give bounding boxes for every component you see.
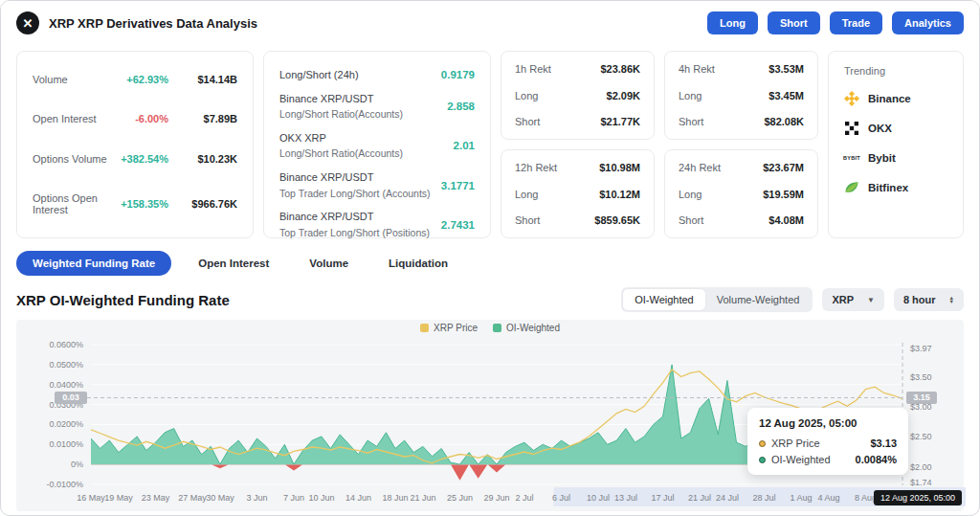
long-button[interactable]: Long [707, 11, 758, 34]
coin-select-value: XRP [832, 294, 854, 305]
svg-text:0.03: 0.03 [62, 393, 79, 402]
weighting-toggle: OI-Weighted Volume-Weighted [621, 287, 813, 312]
svg-text:$3.50: $3.50 [910, 372, 932, 382]
legend-xrp-price[interactable]: XRP Price [420, 323, 478, 333]
interval-stepper[interactable]: 8 hour ▲▼ [894, 288, 964, 311]
tooltip-row-price: XRP Price $3.13 [759, 437, 897, 449]
svg-text:25 Jun: 25 Jun [447, 493, 473, 503]
stat-row-open-interest: Open Interest -6.00% $7.89B [33, 113, 237, 124]
interval-value: 8 hour [903, 294, 936, 305]
svg-text:10 Jun: 10 Jun [308, 493, 334, 503]
rekt-total: $10.98M [599, 162, 640, 173]
stat-row-options-open-interest: Options Open Interest +158.35% $966.76K [33, 192, 237, 215]
rekt-card-24h: 24h Rekt$23.67M Long$19.59M Short$4.08M [664, 149, 818, 238]
tab-liquidation[interactable]: Liquidation [375, 251, 461, 276]
ratio-label: Binance XRP/USDTTop Trader Long/Short (A… [279, 169, 431, 201]
rekt-long-label: Long [515, 90, 538, 101]
stat-value: $7.89B [180, 113, 237, 124]
ratio-value: 2.01 [454, 140, 475, 151]
rekt-long-label: Long [515, 189, 538, 200]
svg-text:0%: 0% [71, 460, 83, 469]
rekt-card-12h: 12h Rekt$10.98M Long$10.12M Short$859.65… [501, 149, 655, 238]
legend-swatch-green [493, 324, 501, 332]
trending-title: Trending [844, 65, 947, 77]
chart-controls: OI-Weighted Volume-Weighted XRP ▼ 8 hour… [621, 287, 964, 312]
legend-label: OI-Weighted [506, 323, 560, 333]
stat-value: $14.14B [180, 74, 237, 85]
short-button[interactable]: Short [768, 11, 820, 34]
rekt-title: 4h Rekt [679, 63, 715, 75]
svg-text:0.0200%: 0.0200% [49, 419, 83, 429]
stat-row-options-volume: Options Volume +382.54% $10.23K [33, 153, 237, 165]
trade-button[interactable]: Trade [830, 11, 882, 34]
rekt-short-value: $4.08M [768, 214, 804, 226]
trending-name: Binance [868, 93, 911, 104]
legend-oi-weighted[interactable]: OI-Weighted [493, 323, 560, 333]
svg-text:$2.50: $2.50 [910, 432, 932, 441]
svg-text:-0.0100%: -0.0100% [46, 480, 83, 489]
ratio-row: Binance XRP/USDTTop Trader Long/Short (A… [279, 169, 475, 201]
ratio-value: 2.7431 [441, 219, 475, 231]
stat-label: Open Interest [33, 113, 97, 124]
funding-dot-icon [759, 457, 766, 463]
rekt-short-value: $21.77K [600, 116, 640, 127]
okx-icon [844, 121, 859, 136]
funding-rate-chart[interactable]: XRP Price OI-Weighted 0.0600%0.0500%0.04… [16, 320, 964, 511]
market-stats-card: Volume +62.93% $14.14B Open Interest -6.… [16, 51, 254, 238]
ratio-row: Long/Short (24h) 0.9179 [279, 67, 475, 83]
svg-text:0.0500%: 0.0500% [49, 360, 83, 370]
crosshair-date-badge: 12 Aug 2025, 05:00 [874, 490, 962, 505]
rekt-short-label: Short [679, 116, 703, 127]
header-actions: Long Short Trade Analytics [707, 11, 964, 34]
svg-text:4 Aug: 4 Aug [817, 493, 839, 503]
volume-weighted-option[interactable]: Volume-Weighted [705, 289, 812, 310]
ratio-sublabel: Long/Short Ratio(Accounts) [279, 108, 403, 120]
svg-text:18 Jun: 18 Jun [382, 493, 408, 503]
svg-text:13 Jul: 13 Jul [614, 493, 637, 503]
trending-item-bitfinex[interactable]: Bitfinex [844, 180, 947, 195]
ratio-label: Long/Short (24h) [279, 67, 359, 83]
ratio-value: 0.9179 [441, 69, 475, 80]
ratio-value: 3.1771 [441, 180, 475, 191]
rekt-title: 1h Rekt [515, 63, 551, 75]
oi-weighted-option[interactable]: OI-Weighted [623, 289, 705, 310]
ratio-value: 2.858 [447, 101, 475, 112]
rekt-title: 12h Rekt [515, 162, 557, 173]
svg-text:7 Jun: 7 Jun [283, 493, 304, 503]
svg-text:24 Jul: 24 Jul [716, 493, 739, 503]
analytics-button[interactable]: Analytics [892, 11, 964, 34]
stat-value: $966.76K [180, 198, 237, 210]
chart-tooltip: 12 Aug 2025, 05:00 XRP Price $3.13 OI-We… [747, 408, 908, 475]
svg-text:0.0100%: 0.0100% [49, 439, 83, 449]
legend-label: XRP Price [434, 323, 478, 333]
rekt-short-label: Short [515, 116, 540, 127]
ratio-label: Binance XRP/USDTLong/Short Ratio(Account… [279, 91, 403, 123]
svg-text:27 May: 27 May [178, 493, 207, 503]
tooltip-series-value: 0.0084% [856, 454, 897, 465]
rekt-long-value: $3.45M [768, 90, 804, 101]
stat-change: -6.00% [109, 113, 168, 124]
rekt-short-label: Short [515, 214, 540, 226]
trending-item-okx[interactable]: OKX [844, 121, 947, 136]
rekt-card-1h: 1h Rekt$23.86K Long$2.09K Short$21.77K [501, 51, 655, 140]
ratio-label: OKX XRPLong/Short Ratio(Accounts) [279, 130, 403, 162]
rekt-total: $23.86K [600, 63, 640, 75]
tooltip-row-funding: OI-Weighted 0.0084% [759, 454, 897, 465]
chart-header: XRP OI-Weighted Funding Rate OI-Weighted… [1, 276, 979, 312]
svg-text:$1.74: $1.74 [910, 478, 932, 487]
trending-card: Trending Binance [828, 51, 964, 238]
svg-text:30 May: 30 May [206, 493, 234, 503]
tab-volume[interactable]: Volume [296, 251, 362, 276]
chart-legend: XRP Price OI-Weighted [16, 323, 964, 333]
svg-text:19 May: 19 May [104, 493, 133, 503]
rekt-long-label: Long [679, 189, 702, 200]
tab-weighted-funding-rate[interactable]: Weighted Funding Rate [16, 251, 171, 276]
tab-open-interest[interactable]: Open Interest [185, 251, 282, 276]
coin-select[interactable]: XRP ▼ [822, 288, 884, 311]
svg-text:6 Jul: 6 Jul [552, 493, 570, 503]
svg-text:16 May: 16 May [77, 493, 105, 503]
app-window: ✕ XRP XRP Derivatives Data Analysis Long… [0, 0, 980, 516]
trending-item-bybit[interactable]: BYBIT Bybit [844, 150, 947, 166]
trending-item-binance[interactable]: Binance [844, 91, 947, 106]
stat-row-volume: Volume +62.93% $14.14B [33, 74, 237, 85]
